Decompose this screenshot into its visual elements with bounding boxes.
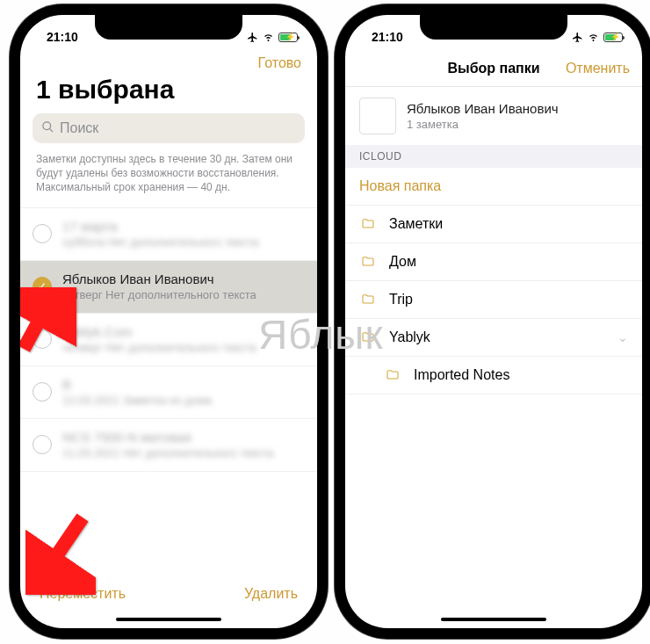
svg-line-3 bbox=[43, 517, 83, 575]
battery-icon: ⚡ bbox=[603, 33, 623, 42]
battery-icon: ⚡ bbox=[278, 33, 298, 42]
delete-button[interactable]: Удалить bbox=[244, 586, 298, 602]
wifi-icon bbox=[587, 32, 600, 42]
nav-title: Выбор папки bbox=[447, 61, 539, 76]
folder-name: Trip bbox=[389, 292, 413, 308]
selected-note-count: 1 заметка bbox=[407, 118, 559, 131]
phone-left: 21:10 ⚡ Готово 1 выбрана Поиск Заметки д… bbox=[20, 15, 317, 628]
cancel-button[interactable]: Отменить bbox=[566, 61, 630, 76]
note-row[interactable]: NCS 7500-N матовая 11.03.2021 Нет дополн… bbox=[20, 419, 317, 472]
selected-note-header: Яблыков Иван Иванович 1 заметка bbox=[345, 87, 642, 145]
note-title: Яблыков Иван Иванович bbox=[62, 271, 256, 286]
folder-name: Дом bbox=[389, 254, 416, 270]
note-title: Yablyk.Com bbox=[62, 324, 256, 339]
airplane-icon bbox=[247, 32, 258, 43]
note-subtitle: 12.03.2021 Заметка из дома bbox=[62, 394, 212, 407]
note-subtitle: суббота Нет дополнительного текста bbox=[62, 235, 258, 249]
nav-bar: Выбор папки Отменить bbox=[345, 50, 642, 87]
select-radio[interactable] bbox=[32, 224, 52, 243]
home-indicator[interactable] bbox=[441, 618, 546, 621]
notch bbox=[95, 15, 242, 40]
note-row[interactable]: В 12.03.2021 Заметка из дома bbox=[20, 366, 317, 419]
folder-icon bbox=[384, 368, 401, 382]
svg-line-2 bbox=[24, 300, 50, 349]
folder-row[interactable]: Дом bbox=[345, 243, 642, 281]
wifi-icon bbox=[262, 32, 275, 42]
search-placeholder: Поиск bbox=[60, 120, 98, 136]
phone-right: 21:10 ⚡ Выбор папки Отменить Яблыков Ива… bbox=[345, 15, 642, 628]
status-time: 21:10 bbox=[372, 30, 403, 44]
folder-icon bbox=[359, 255, 377, 269]
note-subtitle: четверг Нет дополнительного текста bbox=[62, 288, 256, 301]
annotation-arrow-select bbox=[20, 287, 76, 361]
home-indicator[interactable] bbox=[116, 618, 221, 621]
folder-name: Imported Notes bbox=[414, 367, 509, 383]
note-subtitle: четверг Нет дополнительного текста bbox=[62, 341, 256, 354]
note-title: В bbox=[62, 377, 212, 392]
folder-icon bbox=[359, 293, 377, 307]
folder-icon bbox=[359, 330, 377, 344]
retention-info: Заметки доступны здесь в течение 30 дн. … bbox=[20, 152, 317, 207]
note-title: 17 марта bbox=[62, 219, 258, 234]
folder-name: Yablyk bbox=[389, 329, 430, 345]
chevron-down-icon[interactable]: ⌄ bbox=[618, 330, 628, 344]
status-time: 21:10 bbox=[47, 30, 78, 44]
section-header-icloud: ICLOUD bbox=[345, 145, 642, 168]
svg-line-1 bbox=[49, 128, 53, 132]
status-icons: ⚡ bbox=[247, 32, 298, 43]
select-radio[interactable] bbox=[32, 435, 52, 454]
note-thumbnail bbox=[359, 98, 396, 134]
note-subtitle: 11.03.2021 Нет дополнительного текста bbox=[62, 446, 273, 459]
done-button[interactable]: Готово bbox=[258, 55, 301, 71]
folder-row[interactable]: Trip bbox=[345, 281, 642, 319]
folder-row[interactable]: Imported Notes bbox=[345, 357, 642, 394]
folder-row[interactable]: Заметки bbox=[345, 206, 642, 243]
folder-row[interactable]: Yablyk ⌄ bbox=[345, 319, 642, 357]
note-title: NCS 7500-N матовая bbox=[62, 430, 273, 445]
folder-name: Заметки bbox=[389, 216, 443, 232]
select-radio[interactable] bbox=[32, 382, 52, 402]
notch bbox=[420, 15, 567, 40]
page-title: 1 выбрана bbox=[20, 75, 317, 113]
search-input[interactable]: Поиск bbox=[32, 113, 305, 143]
annotation-arrow-move bbox=[25, 507, 96, 598]
status-icons: ⚡ bbox=[572, 32, 623, 43]
note-row[interactable]: 17 марта суббота Нет дополнительного тек… bbox=[20, 208, 317, 261]
selected-note-title: Яблыков Иван Иванович bbox=[407, 101, 559, 116]
top-bar: Готово bbox=[20, 50, 317, 75]
airplane-icon bbox=[572, 32, 583, 43]
search-icon bbox=[41, 120, 54, 137]
new-folder-button[interactable]: Новая папка bbox=[345, 168, 642, 206]
folder-icon bbox=[359, 217, 377, 231]
svg-point-0 bbox=[43, 121, 51, 129]
